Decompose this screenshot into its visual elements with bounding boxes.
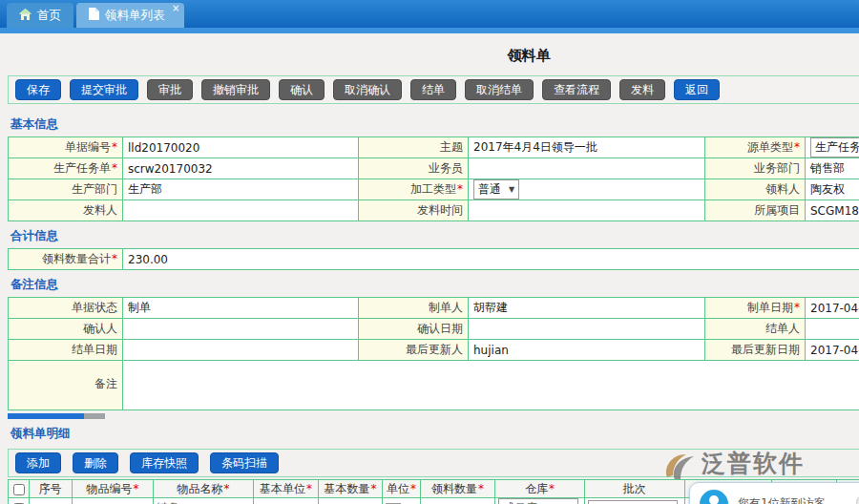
task-order-label: 生产任务单* <box>9 158 123 179</box>
col-unit: 单位* <box>383 480 421 498</box>
cell-unit: ▼ <box>383 498 421 504</box>
section-remark-info-header: 备注信息 <box>8 273 859 297</box>
issuer-value[interactable] <box>123 200 359 221</box>
maker-value: 胡帮建 <box>469 298 705 319</box>
cancel-close-button[interactable]: 取消结单 <box>465 79 534 100</box>
doc-no-label: 单据编号* <box>9 137 123 158</box>
total-qty-label: 领料数量合计* <box>9 249 123 270</box>
scrollbar-thumb[interactable] <box>84 413 105 419</box>
salesman-label: 业务员 <box>359 158 469 179</box>
main-toolbar: 保存 提交审批 审批 撤销审批 确认 取消确认 结单 取消结单 查看流程 发料 … <box>8 75 859 104</box>
cell-seq: 1 <box>30 498 73 504</box>
total-info-table: 领料数量合计* 230.00 <box>8 248 859 270</box>
row-select-cell <box>9 498 30 504</box>
view-flow-button[interactable]: 查看流程 <box>542 79 611 100</box>
home-icon <box>19 9 31 23</box>
process-type-select[interactable]: 普通▼ <box>473 179 519 200</box>
select-all-checkbox[interactable] <box>13 484 25 495</box>
delete-row-button[interactable]: 删除 <box>73 452 118 473</box>
task-order-value[interactable]: scrw20170032 <box>123 158 359 179</box>
confirmer-label: 确认人 <box>9 319 123 340</box>
basic-info-table: 单据编号* lld20170020 主题 2017年4月4日领导一批 源单类型*… <box>8 136 859 221</box>
closer-value <box>806 319 859 340</box>
revoke-approval-button[interactable]: 撤销审批 <box>201 79 270 100</box>
process-type-cell: 普通▼ <box>469 179 705 200</box>
tab-close-icon[interactable]: × <box>172 4 179 13</box>
project-value[interactable]: SCGM18 <box>806 200 859 221</box>
remark-value[interactable] <box>123 361 859 410</box>
add-row-button[interactable]: 添加 <box>15 452 61 473</box>
active-tab-strip <box>0 28 859 33</box>
source-type-cell: 生产任务单▼ <box>806 137 859 158</box>
status-value: 制单 <box>123 298 359 319</box>
source-type-select[interactable]: 生产任务单▼ <box>810 137 859 158</box>
status-label: 单据状态 <box>9 298 123 319</box>
visitor-popup[interactable]: 您有1位新到访客 <box>689 482 859 504</box>
cell-item-name[interactable]: 键盘 <box>154 498 254 504</box>
issue-time-value[interactable] <box>469 200 705 221</box>
picker-label: 领料人 <box>705 179 806 200</box>
cancel-confirm-button[interactable]: 取消确认 <box>333 79 402 100</box>
picker-value[interactable]: 陶友权 <box>806 179 859 200</box>
document-icon <box>89 8 99 23</box>
col-base-unit: 基本单位* <box>254 480 319 498</box>
approve-button[interactable]: 审批 <box>147 79 193 100</box>
issue-material-button[interactable]: 发料 <box>619 79 665 100</box>
remark-label: 备注 <box>9 361 123 410</box>
cell-item-no[interactable]: WPBH000014 <box>73 498 154 504</box>
close-date-label: 结单日期 <box>9 340 123 361</box>
scrollbar-fill <box>8 413 84 419</box>
project-label: 所属项目 <box>705 200 806 221</box>
closer-label: 结单人 <box>705 319 806 340</box>
submit-approval-button[interactable]: 提交审批 <box>70 79 138 100</box>
warehouse-select[interactable]: 成品库▼ <box>498 498 578 504</box>
prod-dept-value[interactable]: 生产部 <box>123 179 359 200</box>
barcode-scan-button[interactable]: 条码扫描 <box>210 452 279 473</box>
horizontal-scrollbar[interactable] <box>8 413 859 419</box>
col-req-qty: 领料数量* <box>421 480 495 498</box>
visitor-avatar-icon <box>700 490 728 504</box>
make-date-value[interactable]: 2017-04-04 <box>806 298 859 319</box>
last-updater-value: hujian <box>469 340 705 361</box>
issuer-label: 发料人 <box>9 200 123 221</box>
close-date-value <box>123 340 359 361</box>
chevron-down-icon: ▼ <box>509 185 514 194</box>
total-qty-value[interactable]: 230.00 <box>123 249 859 270</box>
cell-base-unit[interactable] <box>254 498 319 504</box>
confirmer-value <box>123 319 359 340</box>
cell-base-qty[interactable]: 230.00 <box>319 498 383 504</box>
col-seq: 序号 <box>30 480 73 498</box>
stock-snapshot-button[interactable]: 库存快照 <box>130 452 199 473</box>
tab-bar: 首页 领料单列表 × <box>0 0 859 28</box>
select-all-cell <box>9 480 30 498</box>
biz-dept-value[interactable]: 销售部 <box>806 158 859 179</box>
section-detail-header: 领料单明细 <box>8 422 859 446</box>
batch-select[interactable]: pc201601010011▼ <box>588 500 678 504</box>
col-base-qty: 基本数量* <box>319 480 383 498</box>
visitor-message: 您有1位新到访客 <box>738 495 826 504</box>
source-type-label: 源单类型* <box>705 137 806 158</box>
section-total-info-header: 合计信息 <box>8 224 859 248</box>
cell-req-qty[interactable]: 230.00 <box>421 498 495 504</box>
back-button[interactable]: 返回 <box>674 79 720 100</box>
confirm-button[interactable]: 确认 <box>279 79 325 100</box>
col-batch: 批次 <box>585 480 685 498</box>
salesman-value[interactable] <box>469 158 705 179</box>
last-update-date-label: 最后更新日期 <box>705 340 806 361</box>
section-basic-info-header: 基本信息 <box>8 113 859 136</box>
detail-toolbar: 添加 删除 库存快照 条码扫描 <box>8 449 859 477</box>
last-updater-label: 最后更新人 <box>359 340 469 361</box>
tab-home[interactable]: 首页 <box>7 3 73 28</box>
save-button[interactable]: 保存 <box>15 79 61 100</box>
subject-label: 主题 <box>359 137 469 158</box>
doc-no-value[interactable]: lld20170020 <box>123 137 359 158</box>
app-window: 首页 领料单列表 × 领料单 保存 提交审批 审批 撤销审批 确认 取消确认 结… <box>0 0 859 504</box>
col-item-no: 物品编号* <box>73 480 154 498</box>
page-title: 领料单 <box>8 47 859 65</box>
confirm-date-value <box>469 319 705 340</box>
close-order-button[interactable]: 结单 <box>410 79 456 100</box>
tab-material-list[interactable]: 领料单列表 × <box>76 3 184 28</box>
subject-value[interactable]: 2017年4月4日领导一批 <box>469 137 705 158</box>
maker-label: 制单人 <box>359 298 469 319</box>
confirm-date-label: 确认日期 <box>359 319 469 340</box>
